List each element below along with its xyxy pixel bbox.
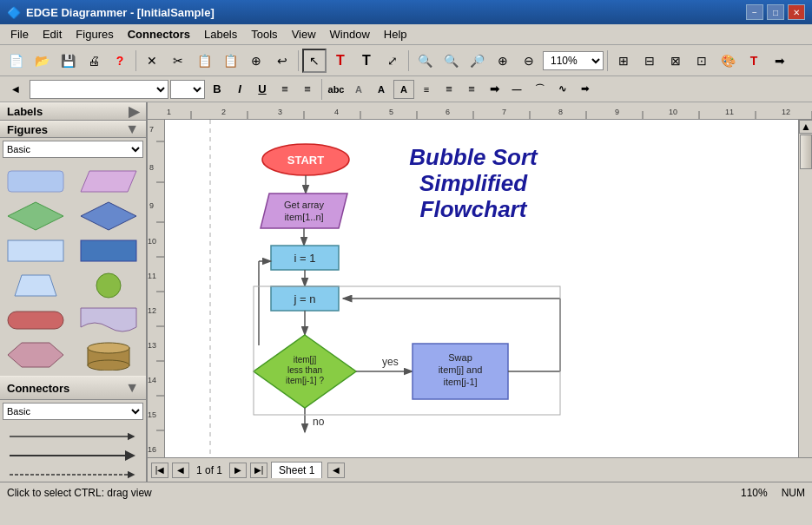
- open-button[interactable]: 📂: [30, 49, 54, 73]
- svg-point-7: [96, 273, 121, 298]
- connectors-combo[interactable]: Basic: [3, 403, 143, 420]
- print-button[interactable]: 🖨: [82, 49, 106, 73]
- page-first-button[interactable]: |◀: [151, 463, 168, 478]
- svg-text:10: 10: [669, 108, 677, 116]
- scroll-up-button[interactable]: ▲: [799, 120, 812, 134]
- clone-button[interactable]: ⊕: [244, 49, 268, 73]
- svg-rect-0: [8, 171, 63, 192]
- text-style4[interactable]: ≡: [416, 80, 437, 99]
- connector-3[interactable]: [5, 466, 141, 482]
- scrollbar-thumb[interactable]: [800, 135, 812, 169]
- page-info: 1 of 1: [196, 464, 222, 476]
- sheet-tab[interactable]: Sheet 1: [271, 462, 322, 478]
- undo-button[interactable]: ↩: [270, 49, 294, 73]
- figure-rect2[interactable]: [78, 235, 139, 266]
- menu-figures[interactable]: Figures: [69, 24, 120, 44]
- text-style7[interactable]: ➡: [484, 80, 505, 99]
- text2-button[interactable]: T: [354, 49, 379, 73]
- copy-button[interactable]: 📋: [192, 49, 216, 73]
- connectors-header[interactable]: Connectors ▼: [0, 376, 146, 400]
- font-combo[interactable]: [30, 80, 168, 99]
- figure-circle[interactable]: [78, 270, 139, 301]
- zoom-reset-button[interactable]: ⊖: [517, 49, 541, 73]
- menu-tools[interactable]: Tools: [244, 24, 284, 44]
- connector-2[interactable]: [5, 447, 141, 464]
- text-button[interactable]: T: [328, 49, 353, 73]
- svg-rect-5: [81, 240, 136, 261]
- menu-connectors[interactable]: Connectors: [121, 24, 197, 44]
- svg-point-11: [88, 343, 129, 353]
- figure-stadium[interactable]: [5, 305, 66, 336]
- sep4: [607, 50, 608, 71]
- page-next-button[interactable]: ▶: [229, 463, 247, 478]
- underline-button[interactable]: U: [252, 80, 273, 99]
- page-last-button[interactable]: ▶|: [250, 463, 267, 478]
- text-style2[interactable]: A: [371, 80, 392, 99]
- zoom-percent-button[interactable]: ⊕: [491, 49, 515, 73]
- size-combo[interactable]: [170, 80, 205, 99]
- text-style5[interactable]: ≡: [439, 80, 459, 99]
- figures-header[interactable]: Figures ▼: [0, 121, 146, 138]
- figure-rect-rounded[interactable]: [5, 166, 66, 197]
- arrow-button[interactable]: ➡: [768, 49, 792, 73]
- figure-parallelogram[interactable]: [78, 166, 139, 197]
- zoom-out-button[interactable]: 🔍: [439, 49, 463, 73]
- minimize-button[interactable]: −: [746, 4, 763, 20]
- figure-rect[interactable]: [5, 235, 66, 266]
- line-style2[interactable]: ⌒: [529, 80, 550, 99]
- align-button[interactable]: ⊡: [690, 49, 714, 73]
- figures-combo[interactable]: Basic: [3, 141, 143, 158]
- figure-trapezoid[interactable]: [5, 270, 66, 301]
- move-button[interactable]: ⤢: [380, 49, 405, 73]
- vertical-scrollbar[interactable]: ▲: [798, 120, 812, 457]
- bold-button[interactable]: B: [207, 80, 228, 99]
- new-button[interactable]: 📄: [3, 49, 28, 73]
- menu-window[interactable]: Window: [323, 24, 377, 44]
- svg-text:6: 6: [446, 108, 450, 116]
- canvas-content[interactable]: Bubble Sort Simplified Flowchart START G…: [165, 120, 798, 457]
- line-style1[interactable]: —: [506, 80, 527, 99]
- font-color-button[interactable]: abc: [326, 80, 347, 99]
- svg-rect-8: [8, 312, 63, 329]
- menu-labels[interactable]: Labels: [197, 24, 244, 44]
- figure-diamond2[interactable]: [78, 200, 139, 232]
- zoom-in-button[interactable]: 🔍: [413, 49, 437, 73]
- snap-button[interactable]: ⊠: [663, 49, 688, 73]
- zoom-combo[interactable]: 110% 100% 75% 50%: [543, 51, 604, 70]
- figure-document[interactable]: [78, 305, 139, 336]
- figure-cylinder[interactable]: [78, 339, 139, 371]
- cut-button[interactable]: ✂: [166, 49, 190, 73]
- close-button[interactable]: ✕: [788, 4, 805, 20]
- menu-file[interactable]: File: [3, 24, 36, 44]
- align-center-button[interactable]: ≡: [297, 80, 318, 99]
- menu-view[interactable]: View: [285, 24, 323, 44]
- text-style1[interactable]: A: [348, 80, 369, 99]
- text-style6[interactable]: ≡: [461, 80, 482, 99]
- scroll-left-button[interactable]: ◀: [3, 77, 28, 102]
- page-prev-button[interactable]: ◀: [172, 463, 189, 478]
- save-button[interactable]: 💾: [56, 49, 80, 73]
- line-style3[interactable]: ∿: [551, 80, 572, 99]
- menu-edit[interactable]: Edit: [36, 24, 69, 44]
- page-scroll-button[interactable]: ◀: [327, 463, 345, 478]
- labels-header[interactable]: Labels ▶: [0, 102, 146, 121]
- font-button[interactable]: T: [742, 49, 766, 73]
- zoom-fit-button[interactable]: 🔎: [465, 49, 489, 73]
- paste-button[interactable]: 📋: [218, 49, 242, 73]
- menu-help[interactable]: Help: [377, 24, 414, 44]
- sep2: [298, 50, 299, 71]
- select-button[interactable]: ↖: [302, 49, 327, 73]
- figure-diamond[interactable]: [5, 200, 66, 232]
- line-style4[interactable]: ➡: [574, 80, 595, 99]
- help-button[interactable]: ?: [108, 49, 132, 73]
- italic-button[interactable]: I: [229, 80, 250, 99]
- delete-button[interactable]: ✕: [140, 49, 164, 73]
- color-button[interactable]: 🎨: [716, 49, 740, 73]
- maximize-button[interactable]: □: [767, 4, 784, 20]
- text-style3[interactable]: A: [393, 80, 414, 99]
- figure-hexagon[interactable]: [5, 339, 66, 371]
- align-left-button[interactable]: ≡: [274, 80, 295, 99]
- grid2-button[interactable]: ⊟: [637, 49, 662, 73]
- connector-1[interactable]: [5, 428, 141, 445]
- grid-button[interactable]: ⊞: [611, 49, 636, 73]
